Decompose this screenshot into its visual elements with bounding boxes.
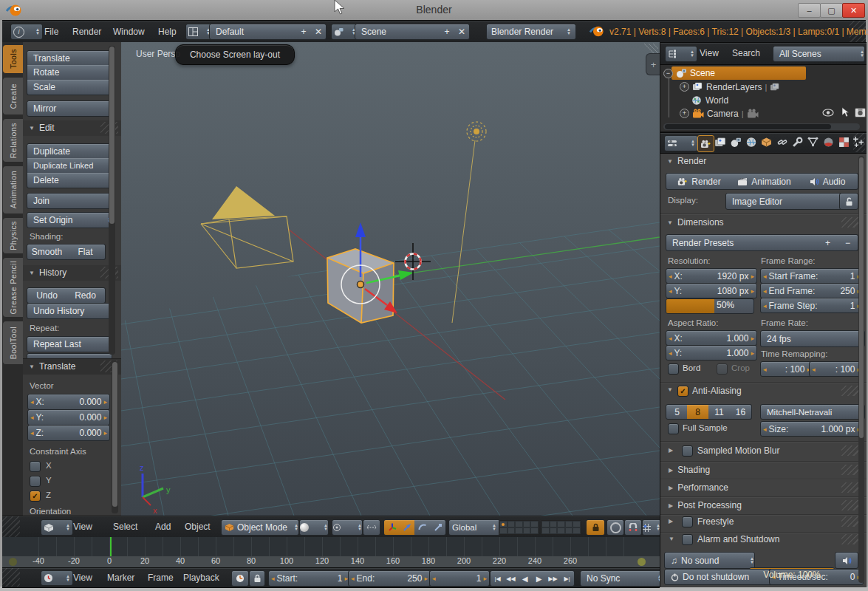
viewport-shading-select[interactable]: [299, 519, 329, 536]
scale-button[interactable]: Scale: [27, 80, 112, 95]
tab-object-data[interactable]: [807, 137, 819, 147]
aa-filter-select[interactable]: Mitchell-Netravali: [760, 404, 865, 420]
menu-render[interactable]: Render: [72, 27, 101, 37]
proportional-edit-toggle[interactable]: [606, 519, 624, 536]
editor-type-button-3dview[interactable]: [41, 519, 73, 536]
alarm-shutdown-panel[interactable]: [669, 536, 679, 542]
menu-file[interactable]: File: [44, 27, 58, 37]
jump-to-start-button[interactable]: |◀: [490, 570, 505, 587]
orientation-select[interactable]: Global: [448, 519, 500, 536]
tab-booltool[interactable]: BoolTool: [2, 321, 23, 365]
layer-cell[interactable]: [573, 527, 581, 534]
aa-size-field[interactable]: Size:1.000 px: [760, 421, 864, 437]
menu-playback[interactable]: Playback: [183, 573, 219, 583]
shading-panel[interactable]: Shading: [669, 465, 710, 475]
border-checkbox[interactable]: [668, 363, 679, 375]
constraint-x-checkbox[interactable]: [30, 461, 41, 472]
sampled-motion-blur-checkbox[interactable]: [682, 445, 693, 457]
timeline-canvas[interactable]: [2, 537, 660, 557]
repeat-last-button[interactable]: Repeat Last: [27, 336, 112, 352]
mode-select[interactable]: Object Mode: [221, 519, 299, 536]
maximize-button[interactable]: ▢: [820, 3, 843, 18]
set-origin-select[interactable]: Set Origin: [27, 212, 112, 228]
render-engine-select[interactable]: Blender Render: [486, 24, 576, 40]
corner-grip[interactable]: [853, 133, 865, 152]
outliner-item-renderlayers[interactable]: + RenderLayers |: [680, 81, 780, 93]
selectability-cursor-icon[interactable]: [841, 107, 850, 117]
tab-modifiers[interactable]: [792, 137, 803, 148]
layer-1-active[interactable]: [499, 521, 508, 527]
prev-keyframe-button[interactable]: ◀◀: [504, 570, 519, 587]
renderability-camera-icon[interactable]: [855, 108, 866, 117]
alarm-sound-select[interactable]: ♫ No sound: [664, 552, 755, 569]
translate-button[interactable]: Translate: [27, 50, 112, 66]
editor-type-button-timeline[interactable]: [41, 570, 73, 586]
layer-cell[interactable]: [541, 527, 550, 534]
layer-cell[interactable]: [499, 527, 508, 534]
aa-samples-5[interactable]: 5: [666, 404, 688, 420]
full-sample-checkbox[interactable]: [668, 423, 679, 434]
editor-type-button-outliner[interactable]: [665, 46, 697, 62]
menu-window[interactable]: Window: [113, 27, 145, 37]
tab-constraints[interactable]: [776, 137, 788, 148]
play-button[interactable]: ▶: [532, 570, 547, 587]
scene-field[interactable]: Scene: [355, 24, 447, 40]
aa-checkbox[interactable]: [677, 386, 688, 397]
display-select[interactable]: Image Editor: [725, 193, 845, 210]
collapse-icon[interactable]: −: [663, 69, 673, 78]
screen-layout-field[interactable]: Default: [209, 24, 304, 40]
dimensions-panel-header[interactable]: Dimensions: [667, 217, 724, 228]
layer-cell[interactable]: [565, 521, 573, 527]
visibility-eye-icon[interactable]: [822, 109, 834, 117]
minimize-button[interactable]: –: [798, 3, 821, 18]
play-reverse-button[interactable]: ◀: [518, 570, 533, 587]
time-display-toggle[interactable]: [231, 570, 249, 587]
constraint-z-checkbox[interactable]: [30, 491, 41, 502]
tab-scene[interactable]: [730, 137, 742, 148]
menu-frame[interactable]: Frame: [148, 573, 174, 583]
tab-render[interactable]: [697, 135, 714, 152]
start-frame-field[interactable]: Start:1: [268, 570, 351, 587]
tab-world[interactable]: [745, 137, 757, 148]
timeline-ruler[interactable]: -40 -20 0 20 40 60 80 100 120 140 160 18…: [2, 556, 660, 568]
current-frame-field[interactable]: 1: [429, 570, 490, 587]
freestyle-checkbox[interactable]: [682, 516, 693, 527]
layer-cell[interactable]: [530, 521, 539, 527]
aa-samples-16[interactable]: 16: [730, 404, 752, 420]
layer-cell[interactable]: [557, 521, 565, 527]
title-bar[interactable]: Blender – ▢ ✕: [0, 0, 868, 21]
current-frame-marker[interactable]: [110, 537, 112, 556]
close-button[interactable]: ✕: [842, 3, 865, 18]
add-preset-button[interactable]: +: [818, 234, 838, 251]
frame-step-field[interactable]: Frame Step:1: [760, 298, 864, 313]
pivot-align-toggle[interactable]: [363, 519, 380, 536]
tab-tools[interactable]: Tools: [2, 44, 23, 74]
duplicate-button[interactable]: Duplicate: [27, 143, 112, 160]
resolution-percentage-slider[interactable]: 50%: [666, 298, 754, 314]
editor-type-button-properties[interactable]: [664, 135, 698, 151]
shade-flat-button[interactable]: Flat: [66, 244, 106, 260]
undo-button[interactable]: Undo: [27, 287, 67, 304]
history-panel-header[interactable]: History: [23, 265, 121, 281]
layer-cell[interactable]: [550, 527, 558, 534]
sampled-motion-blur-title[interactable]: Sampled Motion Blur: [697, 445, 779, 456]
properties-scrollbar[interactable]: [858, 156, 864, 583]
menu-view-timeline[interactable]: View: [73, 573, 92, 583]
duplicate-linked-button[interactable]: Duplicate Linked: [27, 158, 112, 174]
join-button[interactable]: Join: [27, 193, 112, 209]
undo-history-button[interactable]: Undo History: [27, 303, 112, 319]
tab-grease-pencil[interactable]: Grease Pencil: [2, 257, 23, 318]
vector-x-field[interactable]: X:0.000: [27, 394, 110, 410]
layer-cell[interactable]: [573, 521, 581, 527]
shade-smooth-button[interactable]: Smooth: [27, 244, 67, 260]
layer-cell[interactable]: [565, 527, 573, 534]
tab-animation[interactable]: Animation: [2, 165, 23, 214]
snap-element-select[interactable]: [642, 519, 661, 536]
scrollbar-thumb[interactable]: [859, 157, 864, 438]
layer-cell[interactable]: [530, 527, 539, 534]
volume-slider[interactable]: Volume: 100%: [749, 567, 835, 584]
editor-type-button-info[interactable]: i: [10, 24, 43, 40]
tool-shelf-scrollbar[interactable]: [109, 46, 115, 355]
freestyle-title[interactable]: Freestyle: [697, 516, 734, 527]
end-frame-field-props[interactable]: End Frame:250: [760, 283, 864, 298]
